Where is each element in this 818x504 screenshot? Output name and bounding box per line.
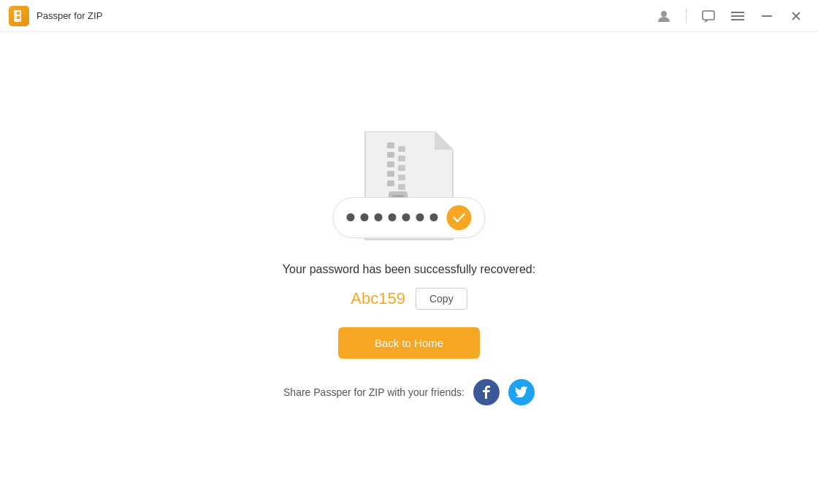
- svg-rect-20: [398, 184, 405, 190]
- password-value: Abc159: [351, 289, 405, 308]
- svg-rect-17: [398, 156, 405, 161]
- check-circle: [447, 205, 472, 230]
- title-bar: Passper for ZIP: [0, 0, 818, 32]
- svg-rect-18: [398, 165, 405, 171]
- chat-button[interactable]: [695, 3, 722, 29]
- svg-rect-16: [398, 146, 405, 152]
- svg-rect-19: [398, 175, 405, 180]
- dot-1: [347, 213, 355, 221]
- zip-illustration: [351, 131, 467, 256]
- svg-rect-13: [387, 161, 394, 167]
- svg-rect-12: [387, 152, 394, 158]
- svg-point-3: [661, 11, 667, 17]
- success-message: Your password has been successfully reco…: [283, 263, 535, 276]
- dot-5: [402, 213, 410, 221]
- password-unlock-bar: [333, 197, 486, 238]
- dot-3: [375, 213, 383, 221]
- minimize-button[interactable]: [754, 3, 780, 29]
- password-display: Abc159 Copy: [351, 288, 467, 310]
- svg-rect-4: [703, 11, 714, 20]
- svg-rect-2: [17, 16, 20, 19]
- dot-6: [416, 213, 424, 221]
- menu-button[interactable]: [725, 3, 751, 29]
- dot-4: [389, 213, 397, 221]
- copy-button[interactable]: Copy: [416, 288, 467, 310]
- app-icon: [9, 6, 29, 26]
- profile-button[interactable]: [651, 3, 677, 29]
- close-button[interactable]: [783, 3, 809, 29]
- title-bar-actions: [651, 3, 809, 29]
- facebook-button[interactable]: [473, 379, 500, 405]
- dot-2: [361, 213, 369, 221]
- dot-7: [430, 213, 438, 221]
- share-text: Share Passper for ZIP with your friends:: [283, 386, 465, 398]
- svg-rect-15: [387, 180, 394, 186]
- twitter-button[interactable]: [508, 379, 535, 405]
- back-to-home-button[interactable]: Back to Home: [338, 327, 480, 359]
- app-title: Passper for ZIP: [37, 10, 102, 21]
- svg-rect-14: [387, 171, 394, 177]
- svg-rect-11: [387, 142, 394, 148]
- main-content: Your password has been successfully reco…: [0, 32, 818, 504]
- share-row: Share Passper for ZIP with your friends:: [283, 379, 535, 405]
- title-bar-left: Passper for ZIP: [9, 6, 651, 26]
- svg-rect-1: [17, 12, 20, 15]
- separator: [686, 9, 687, 23]
